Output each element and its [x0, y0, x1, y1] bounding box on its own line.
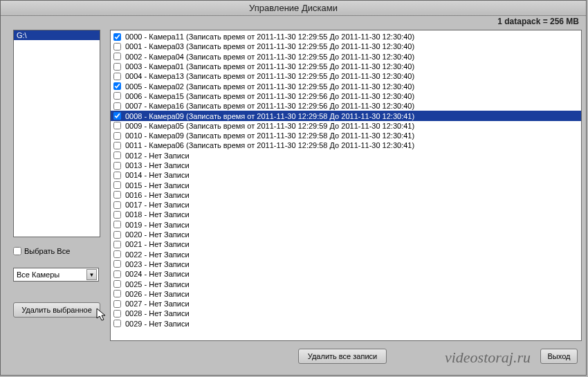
record-text: 0003 - Камера01 (Записать время от 2011-…: [125, 62, 414, 71]
list-item[interactable]: 0004 - Камера13 (Записать время от 2011-…: [111, 71, 581, 81]
list-item[interactable]: 0012 - Нет Записи: [111, 151, 581, 160]
list-item[interactable]: 0018 - Нет Записи: [111, 210, 581, 219]
record-text: 0021 - Нет Записи: [125, 240, 190, 248]
window-title: Управление Дисками: [1, 1, 586, 16]
record-text: 0017 - Нет Записи: [125, 201, 190, 209]
record-checkbox[interactable]: [113, 280, 121, 288]
delete-selected-button[interactable]: Удалить выбранное: [13, 302, 100, 318]
list-item[interactable]: 0010 - Камера09 (Записать время от 2011-…: [111, 131, 581, 140]
left-panel: G:\ Выбрать Все Все Камеры ▼ Удалить выб…: [13, 30, 100, 348]
list-item[interactable]: 0025 - Нет Записи: [111, 279, 581, 288]
record-checkbox[interactable]: [113, 260, 121, 268]
record-checkbox[interactable]: [113, 92, 121, 100]
list-item[interactable]: 0024 - Нет Записи: [111, 269, 581, 279]
record-checkbox[interactable]: [113, 82, 121, 90]
list-item[interactable]: 0021 - Нет Записи: [111, 239, 581, 249]
record-text: 0005 - Камера02 (Записать время от 2011-…: [125, 82, 414, 91]
select-all-row: Выбрать Все: [13, 247, 100, 255]
record-text: 0024 - Нет Записи: [125, 270, 190, 278]
list-item[interactable]: 0029 - Нет Записи: [111, 319, 581, 329]
record-checkbox[interactable]: [113, 132, 121, 140]
record-checkbox[interactable]: [113, 33, 121, 41]
record-checkbox[interactable]: [113, 73, 121, 80]
record-text: 0027 - Нет Записи: [125, 300, 190, 308]
record-checkbox[interactable]: [113, 300, 121, 308]
record-text: 0023 - Нет Записи: [125, 260, 190, 268]
record-text: 0007 - Камера16 (Записать время от 2011-…: [125, 102, 414, 110]
list-item[interactable]: 0022 - Нет Записи: [111, 250, 581, 259]
list-item[interactable]: 0017 - Нет Записи: [111, 200, 581, 210]
record-text: 0029 - Нет Записи: [125, 320, 190, 328]
drive-list[interactable]: G:\: [13, 30, 100, 237]
list-item[interactable]: 0000 - Камера11 (Записать время от 2011-…: [111, 32, 581, 42]
disk-management-window: Управление Дисками 1 datapack = 256 MB G…: [0, 0, 587, 376]
record-text: 0011 - Камера06 (Записать время от 2011-…: [125, 141, 414, 149]
bottom-bar: Удалить все записи Выход: [1, 349, 586, 368]
delete-all-button[interactable]: Удалить все записи: [298, 349, 387, 364]
record-text: 0001 - Камера03 (Записать время от 2011-…: [125, 42, 414, 50]
record-checkbox[interactable]: [113, 181, 121, 189]
record-checkbox[interactable]: [113, 142, 121, 149]
record-checkbox[interactable]: [113, 320, 121, 327]
list-item[interactable]: 0015 - Нет Записи: [111, 180, 581, 190]
record-text: 0022 - Нет Записи: [125, 250, 190, 259]
list-item[interactable]: 0016 - Нет Записи: [111, 190, 581, 200]
list-item[interactable]: 0001 - Камера03 (Записать время от 2011-…: [111, 42, 581, 51]
record-checkbox[interactable]: [113, 53, 121, 60]
list-item[interactable]: 0026 - Нет Записи: [111, 289, 581, 299]
record-checkbox[interactable]: [113, 231, 121, 239]
exit-button[interactable]: Выход: [540, 349, 578, 364]
record-checkbox[interactable]: [113, 162, 121, 169]
list-item[interactable]: 0003 - Камера01 (Записать время от 2011-…: [111, 62, 581, 71]
record-list[interactable]: 0000 - Камера11 (Записать время от 2011-…: [110, 30, 582, 341]
record-text: 0008 - Камера09 (Записать время от 2011-…: [125, 112, 414, 120]
record-checkbox[interactable]: [113, 270, 121, 278]
record-checkbox[interactable]: [113, 191, 121, 199]
list-item[interactable]: 0009 - Камера05 (Записать время от 2011-…: [111, 121, 581, 131]
list-item[interactable]: 0023 - Нет Записи: [111, 259, 581, 269]
list-item[interactable]: 0013 - Нет Записи: [111, 160, 581, 170]
record-text: 0002 - Камера04 (Записать время от 2011-…: [125, 53, 414, 61]
record-text: 0025 - Нет Записи: [125, 280, 190, 288]
record-text: 0013 - Нет Записи: [125, 161, 190, 169]
record-checkbox[interactable]: [113, 172, 121, 179]
record-checkbox[interactable]: [113, 310, 121, 318]
list-item[interactable]: 0019 - Нет Записи: [111, 220, 581, 230]
list-item[interactable]: 0020 - Нет Записи: [111, 230, 581, 239]
list-item[interactable]: 0008 - Камера09 (Записать время от 2011-…: [111, 111, 581, 120]
chevron-down-icon: ▼: [86, 269, 97, 280]
camera-filter-dropdown[interactable]: Все Камеры ▼: [13, 268, 99, 282]
record-text: 0018 - Нет Записи: [125, 210, 190, 219]
record-text: 0010 - Камера09 (Записать время от 2011-…: [125, 131, 414, 140]
record-checkbox[interactable]: [113, 290, 121, 297]
record-checkbox[interactable]: [113, 63, 121, 71]
datapack-info: 1 datapack = 256 MB: [497, 17, 579, 26]
select-all-checkbox[interactable]: [13, 247, 21, 255]
record-text: 0014 - Нет Записи: [125, 171, 190, 179]
record-checkbox[interactable]: [113, 112, 121, 120]
record-checkbox[interactable]: [113, 43, 121, 50]
list-item[interactable]: 0005 - Камера02 (Записать время от 2011-…: [111, 81, 581, 91]
record-text: 0016 - Нет Записи: [125, 191, 190, 199]
list-item[interactable]: 0007 - Камера16 (Записать время от 2011-…: [111, 101, 581, 111]
record-checkbox[interactable]: [113, 250, 121, 258]
record-text: 0012 - Нет Записи: [125, 151, 190, 160]
list-item[interactable]: 0011 - Камера06 (Записать время от 2011-…: [111, 140, 581, 150]
list-item[interactable]: 0014 - Нет Записи: [111, 170, 581, 180]
record-checkbox[interactable]: [113, 151, 121, 159]
record-text: 0000 - Камера11 (Записать время от 2011-…: [125, 33, 414, 41]
record-checkbox[interactable]: [113, 211, 121, 219]
record-checkbox[interactable]: [113, 122, 121, 129]
list-item[interactable]: 0028 - Нет Записи: [111, 309, 581, 318]
record-checkbox[interactable]: [113, 201, 121, 209]
list-item[interactable]: 0027 - Нет Записи: [111, 299, 581, 309]
record-checkbox[interactable]: [113, 241, 121, 248]
drive-item[interactable]: G:\: [14, 30, 100, 40]
content-area: G:\ Выбрать Все Все Камеры ▼ Удалить выб…: [5, 27, 582, 344]
list-item[interactable]: 0002 - Камера04 (Записать время от 2011-…: [111, 52, 581, 62]
record-text: 0006 - Камера15 (Записать время от 2011-…: [125, 92, 414, 100]
list-item[interactable]: 0006 - Камера15 (Записать время от 2011-…: [111, 91, 581, 101]
record-text: 0009 - Камера05 (Записать время от 2011-…: [125, 122, 414, 130]
record-checkbox[interactable]: [113, 221, 121, 228]
record-checkbox[interactable]: [113, 102, 121, 110]
